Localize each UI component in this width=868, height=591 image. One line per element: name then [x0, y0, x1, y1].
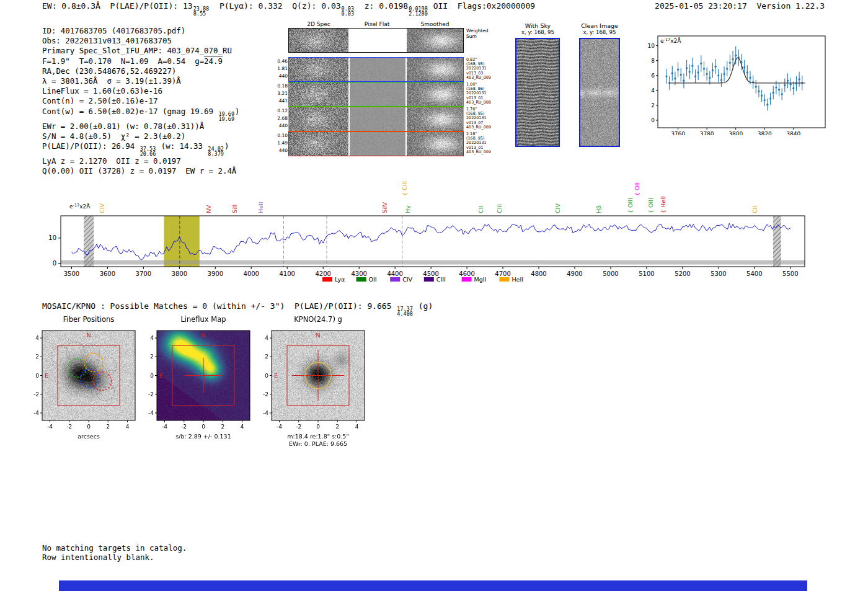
svg-text:3900: 3900 — [208, 270, 223, 277]
svg-text:-2: -2 — [148, 391, 154, 398]
svg-text:6: 6 — [651, 73, 655, 79]
svg-text:e-17x2Å: e-17x2Å — [69, 203, 91, 210]
spec2d-cell-canvas — [289, 107, 348, 131]
spec2d-col-header: Smoothed — [409, 21, 461, 27]
clean-image-title: Clean Image — [569, 22, 631, 29]
svg-text:4300: 4300 — [351, 270, 366, 277]
spec2d-row-left-label: 0.122.68440 — [272, 107, 288, 130]
classification-bar — [59, 580, 807, 591]
svg-text:10: 10 — [648, 43, 655, 49]
svg-text:-4: -4 — [33, 410, 39, 416]
with-sky-image — [515, 38, 560, 147]
svg-text:2: 2 — [106, 424, 110, 430]
info-line: LyA z = 2.1270 OII z = 0.0197 — [42, 156, 240, 166]
spec2d-cell-canvas — [350, 58, 405, 81]
svg-text:-2: -2 — [181, 424, 187, 430]
spec2d-cell-canvas — [289, 58, 348, 81]
clean-image-canvas — [580, 39, 619, 146]
info-line: RA,Dec (230.548676,52.469227) — [42, 66, 240, 76]
svg-text:SiIV: SiIV — [381, 202, 388, 213]
svg-text:{ CIII: { CIII — [401, 181, 408, 196]
svg-text:3600: 3600 — [100, 270, 115, 277]
svg-text:2: 2 — [335, 424, 339, 430]
spec2d-cell-canvas — [407, 82, 463, 106]
full-spectrum-chart: 0103500360037003800390040004100420043004… — [37, 169, 837, 299]
info-line: Primary Spec_Slot_IFU_AMP: 403_074_070_R… — [42, 46, 240, 56]
spec2d-row-right-label: 1.76"(168, 95)20220131v013_07403_RU_009 — [466, 107, 502, 130]
spec2d-row-left-label: 0.183.21441 — [272, 82, 288, 105]
svg-text:N: N — [316, 332, 320, 339]
fiber-positions-xlabel: arcsecs — [25, 433, 153, 440]
svg-text:-4: -4 — [162, 424, 167, 430]
with-sky-title: With Sky — [508, 22, 567, 29]
svg-text:NV: NV — [205, 205, 212, 213]
info-line: Cont(w) = 6.50(±0.02)e-17 (gmag 19.69 19… — [42, 107, 240, 122]
spec2d-cell-canvas — [350, 82, 405, 106]
svg-text:5000: 5000 — [603, 270, 618, 277]
with-sky-canvas — [516, 39, 559, 146]
footer-notes: No matching targets in catalog. Row inte… — [42, 543, 187, 562]
timestamp: 2025-01-05 23:20:17 Version 1.22.3 — [655, 1, 825, 11]
spec2d-cell-canvas — [289, 29, 348, 52]
spec2d-row-right-label: 2.18"(168, 95)20220131v013_01403_RU_009 — [466, 132, 502, 154]
svg-text:CIV: CIV — [554, 203, 561, 213]
svg-text:e-17x2Å: e-17x2Å — [660, 37, 681, 44]
svg-text:5400: 5400 — [746, 270, 762, 277]
spec2d-cell-canvas — [289, 132, 348, 156]
line-fit-zoom-chart: 024681037603780380038203840e-17x2Å — [642, 30, 828, 135]
clean-image-coords: x, y: 168, 95 — [569, 29, 631, 35]
svg-text:CII: CII — [751, 206, 758, 213]
svg-text:CIV: CIV — [402, 276, 412, 283]
spec2d-panel: 2D Spec Pixel Flat Smoothed WeightedSum0… — [289, 29, 463, 160]
header-stats-line: EW: 0.8±0.3Å P(LAE)/P(OII): 1323.888.55 … — [42, 1, 535, 16]
svg-text:N: N — [201, 332, 205, 339]
mosaic-match-line: MOSAIC/KPNO : Possible Matches = 0 (with… — [42, 301, 433, 316]
spec2d-row: 0.183.214411.00"(168, 86)20220131v013_01… — [289, 82, 463, 106]
svg-text:3820: 3820 — [758, 131, 772, 135]
svg-text:E: E — [45, 372, 48, 379]
info-line: LineFlux = 1.60(±0.63)e-16 — [42, 86, 240, 96]
svg-text:3760: 3760 — [671, 131, 685, 135]
svg-text:3500: 3500 — [64, 270, 79, 277]
svg-text:4: 4 — [241, 424, 244, 430]
svg-text:3780: 3780 — [700, 131, 714, 135]
lineflux-map-xlabel: s/b: 2.89 +/- 0.131 — [140, 433, 267, 440]
svg-text:4: 4 — [150, 335, 154, 341]
spec2d-col-header: 2D Spec — [294, 21, 343, 27]
kpno-cutout-overlay: -4-4-2-2002244NE — [254, 315, 384, 448]
spec2d-cell-canvas — [350, 29, 405, 52]
info-block: ID: 4017683705 (4017683705.pdf)Obs: 2022… — [42, 26, 240, 176]
svg-text:4600: 4600 — [459, 270, 474, 277]
spec2d-cell-canvas — [289, 82, 348, 106]
svg-text:2: 2 — [35, 353, 39, 360]
svg-text:CIII: CIII — [436, 276, 446, 283]
fiber-positions-panel: Fiber Positions -4-4-2-2002244NE arcsecs — [25, 315, 155, 448]
svg-text:2: 2 — [221, 424, 224, 430]
with-sky-coords: x, y: 168, 95 — [508, 29, 567, 35]
svg-text:0: 0 — [35, 373, 39, 379]
svg-text:E: E — [159, 372, 163, 379]
svg-text:Lyα: Lyα — [335, 276, 345, 283]
kpno-cutout-xlabel2: EWr: 0. PLAE: 9.665 — [254, 440, 382, 447]
spec2d-cell-canvas — [407, 132, 463, 156]
svg-text:5500: 5500 — [782, 270, 798, 277]
fiber-positions-overlay: -4-4-2-2002244NE — [25, 315, 155, 448]
svg-text:CIV: CIV — [99, 203, 105, 213]
svg-text:0: 0 — [87, 424, 91, 430]
svg-text:Hβ: Hβ — [595, 205, 602, 213]
svg-text:4000: 4000 — [244, 270, 259, 277]
svg-text:5200: 5200 — [675, 270, 690, 277]
svg-text:4: 4 — [355, 424, 359, 430]
svg-text:Hγ: Hγ — [404, 205, 411, 213]
spec2d-col-header: Pixel Flat — [352, 21, 402, 27]
kpno-cutout-panel: KPNO(24.7) g -4-4-2-2002244NE m:18.4 re:… — [254, 315, 384, 448]
elixer-report-page: EW: 0.8±0.3Å P(LAE)/P(OII): 1323.888.55 … — [0, 0, 868, 591]
svg-text:3800: 3800 — [172, 270, 187, 277]
svg-text:3840: 3840 — [786, 131, 800, 135]
svg-text:2: 2 — [265, 353, 268, 360]
svg-text:0: 0 — [265, 373, 268, 379]
clean-image — [579, 38, 620, 147]
svg-text:4: 4 — [126, 424, 130, 430]
spec2d-row-left-label: 0.101.49440 — [272, 132, 288, 154]
svg-text:{ OII: { OII — [634, 182, 640, 196]
